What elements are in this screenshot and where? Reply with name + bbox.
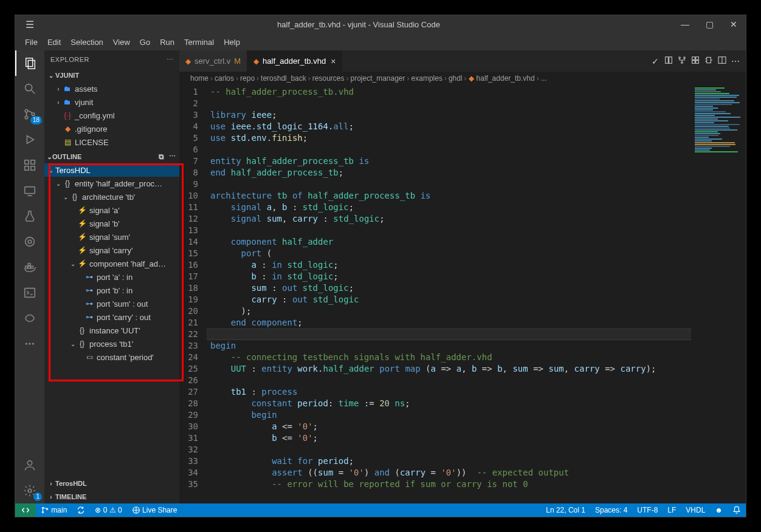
explorer-file[interactable]: ▤LICENSE <box>44 135 179 149</box>
schematic-icon[interactable] <box>702 55 715 67</box>
breadcrumb-segment[interactable]: project_manager <box>350 74 405 83</box>
outline-item[interactable]: ⌄{}process 'tb1' <box>44 337 179 350</box>
indent-setting[interactable]: Spaces: 4 <box>590 503 632 517</box>
docker-view-icon[interactable] <box>15 254 44 280</box>
teroshdl-section[interactable]: › TerosHDL <box>44 477 179 490</box>
close-window-button[interactable]: ✕ <box>721 19 746 29</box>
breadcrumb-segment[interactable]: repo <box>240 74 255 83</box>
outline-item[interactable]: ⌄{}entity 'half_adder_proc… <box>44 177 179 190</box>
modified-indicator: M <box>234 56 241 66</box>
menu-file[interactable]: File <box>20 38 43 47</box>
teros-view-icon[interactable] <box>15 305 44 331</box>
menu-help[interactable]: Help <box>219 38 245 47</box>
breadcrumb-segment[interactable]: ... <box>541 74 547 83</box>
remote-indicator[interactable] <box>15 503 36 517</box>
breadcrumb-segment[interactable]: examples <box>411 74 442 83</box>
svg-rect-11 <box>31 160 35 164</box>
close-tab-icon[interactable]: × <box>331 56 336 66</box>
flow-icon[interactable] <box>675 55 689 67</box>
outline-item[interactable]: ⚡signal 'sum' <box>44 230 179 244</box>
outline-more-icon[interactable]: ⋯ <box>169 152 176 161</box>
menu-edit[interactable]: Edit <box>43 38 66 47</box>
menu-view[interactable]: View <box>108 38 135 47</box>
outline-item[interactable]: ⚡signal 'a' <box>44 203 179 217</box>
language-mode[interactable]: VHDL <box>681 503 710 517</box>
window-title: half_adder_tb.vhd - vjunit - Visual Stud… <box>44 20 673 29</box>
outline-root[interactable]: ⌄ TerosHDL <box>44 163 179 177</box>
remote-view-icon[interactable] <box>15 178 44 203</box>
svg-point-24 <box>27 461 32 465</box>
breadcrumb-segment[interactable]: home <box>190 74 208 83</box>
breadcrumb-segment[interactable]: ghdl <box>449 74 463 83</box>
explorer-file[interactable]: ◆.gitignore <box>44 122 179 135</box>
extensions-view-icon[interactable] <box>15 152 44 178</box>
check-icon[interactable]: ✓ <box>649 56 662 66</box>
menu-go[interactable]: Go <box>135 38 155 47</box>
outline-collapse-icon[interactable]: ⧉ <box>159 152 164 161</box>
window-frame: ☰ half_adder_tb.vhd - vjunit - Visual St… <box>15 15 746 517</box>
outline-item[interactable]: ▭constant 'period' <box>44 350 179 364</box>
menu-run[interactable]: Run <box>155 38 179 47</box>
svg-point-29 <box>684 57 686 59</box>
svg-point-15 <box>28 240 32 244</box>
maximize-button[interactable]: ▢ <box>697 19 721 29</box>
book-icon[interactable] <box>662 55 675 67</box>
encoding-setting[interactable]: UTF-8 <box>632 503 663 517</box>
code-editor[interactable]: -- half_adder_process_tb.vhd library iee… <box>207 85 691 503</box>
outline-item[interactable]: ⌄⚡component 'half_ad… <box>44 257 179 270</box>
app-menu-button[interactable]: ☰ <box>15 19 44 30</box>
svg-rect-16 <box>26 266 28 268</box>
svg-point-22 <box>29 343 30 344</box>
notifications-icon[interactable] <box>728 503 746 517</box>
split-editor-icon[interactable] <box>715 55 729 67</box>
outline-item[interactable]: ⌄{}architecture 'tb' <box>44 190 179 203</box>
tab-serv-ctrl[interactable]: ◆ serv_ctrl.v M <box>179 50 247 72</box>
grid-icon[interactable] <box>689 55 702 67</box>
breadcrumb-segment[interactable]: half_adder_tb.vhd <box>477 74 535 83</box>
breadcrumbs[interactable]: home›carlos›repo›teroshdl_back›resources… <box>179 72 746 85</box>
settings-icon[interactable]: 1 <box>15 478 44 503</box>
timeline-section[interactable]: › TIMELINE <box>44 490 179 503</box>
outline-item[interactable]: ⊶port 'a' : in <box>44 270 179 284</box>
eol-setting[interactable]: LF <box>663 503 681 517</box>
test-view-icon[interactable] <box>15 203 44 229</box>
explorer-file[interactable]: {·}_config.yml <box>44 109 179 122</box>
menu-selection[interactable]: Selection <box>66 38 108 47</box>
problems-status[interactable]: ⊗ 0 ⚠ 0 <box>90 503 126 517</box>
more-actions-icon[interactable]: ⋯ <box>729 56 742 66</box>
breadcrumb-segment[interactable]: resources <box>312 74 345 83</box>
svg-rect-1 <box>28 60 35 69</box>
sync-icon[interactable] <box>72 503 90 517</box>
outline-item[interactable]: ⊶port 'sum' : out <box>44 297 179 310</box>
menu-terminal[interactable]: Terminal <box>179 38 219 47</box>
sidebar-more-icon[interactable]: ⋯ <box>167 56 174 64</box>
breadcrumb-segment[interactable]: teroshdl_back <box>261 74 306 83</box>
explorer-folder[interactable]: ›🖿vjunit <box>44 95 179 109</box>
explorer-root[interactable]: ⌄ VJUNIT <box>44 69 179 82</box>
tab-half-adder[interactable]: ◆ half_adder_tb.vhd × <box>247 50 342 72</box>
feedback-icon[interactable]: ☻ <box>710 503 728 517</box>
sidebar-header: EXPLORER ⋯ <box>44 50 179 69</box>
more-views-icon[interactable] <box>15 331 44 356</box>
outline-header[interactable]: ⌄ OUTLINE ⧉ ⋯ <box>44 150 179 163</box>
outline-item[interactable]: ⚡signal 'b' <box>44 217 179 230</box>
scm-view-icon[interactable]: 18 <box>15 101 44 127</box>
git-branch[interactable]: main <box>36 503 72 517</box>
minimap[interactable] <box>691 85 746 503</box>
target-view-icon[interactable] <box>15 229 44 254</box>
outline-item[interactable]: ⚡signal 'carry' <box>44 244 179 257</box>
terminal-view-icon[interactable] <box>15 280 44 305</box>
search-view-icon[interactable] <box>15 76 44 101</box>
outline-item[interactable]: ⊶port 'b' : in <box>44 284 179 297</box>
cursor-position[interactable]: Ln 22, Col 1 <box>541 503 590 517</box>
explorer-view-icon[interactable] <box>15 50 44 76</box>
account-icon[interactable] <box>15 452 44 478</box>
explorer-folder[interactable]: ›🖿assets <box>44 82 179 95</box>
outline-item[interactable]: ⊶port 'carry' : out <box>44 310 179 324</box>
run-debug-view-icon[interactable] <box>15 127 44 152</box>
outline-title: OUTLINE <box>52 153 81 160</box>
breadcrumb-segment[interactable]: carlos <box>215 74 234 83</box>
live-share[interactable]: Live Share <box>127 503 182 517</box>
outline-item[interactable]: {}instance 'UUT' <box>44 324 179 337</box>
minimize-button[interactable]: — <box>673 19 697 29</box>
